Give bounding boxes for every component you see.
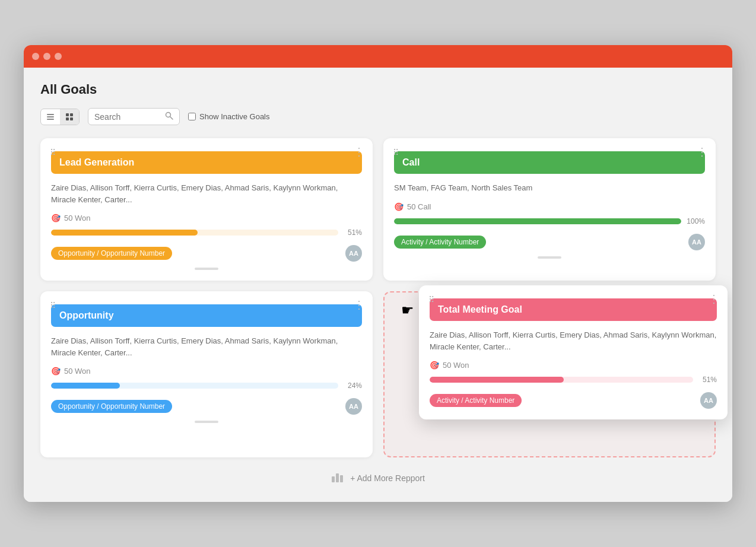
titlebar: [24, 45, 732, 68]
tag-pill-total: Activity / Activity Number: [430, 394, 522, 407]
svg-rect-4: [70, 113, 73, 116]
card-header-opportunity: Opportunity: [51, 304, 362, 327]
card-title-lead: Lead Generation: [59, 157, 134, 167]
card-title-call: Call: [402, 157, 420, 167]
progress-bg-total: [430, 377, 693, 383]
scroll-indicator-opportunity: [195, 421, 218, 423]
card-title-total: Total Meeting Goal: [438, 304, 522, 314]
progress-pct-call: 100%: [686, 217, 705, 225]
svg-rect-1: [47, 116, 54, 117]
card-goal-total: 🎯 50 Won: [430, 361, 717, 370]
add-more-section: + Add More Repport: [40, 470, 716, 485]
search-icon: [165, 112, 173, 122]
avatar-total: AA: [700, 392, 717, 409]
goal-text-opportunity: 50 Won: [64, 367, 91, 376]
progress-fill-opportunity: [51, 383, 120, 389]
goal-text-lead: 50 Won: [64, 214, 91, 222]
card-header-call: Call: [394, 151, 705, 174]
card-members-call: SM Team, FAG Team, North Sales Team: [394, 182, 705, 194]
card-goal-call: 🎯 50 Call: [394, 202, 705, 211]
toolbar: Show Inactive Goals: [40, 108, 716, 125]
avatar-lead: AA: [345, 245, 362, 262]
card-footer-opportunity: Opportunity / Opportunity Number AA: [51, 398, 362, 415]
card-total-meeting-goal: ⠿ ⋮ Total Meeting Goal Zaire Dias, Allis…: [419, 285, 728, 419]
svg-rect-9: [332, 476, 335, 482]
svg-rect-2: [47, 119, 54, 120]
card-footer-total: Activity / Activity Number AA: [430, 392, 717, 409]
card-goal-opportunity: 🎯 50 Won: [51, 367, 362, 376]
progress-pct-opportunity: 24%: [343, 381, 362, 390]
card-footer-lead: Opportunity / Opportunity Number AA: [51, 245, 362, 262]
card-goal-lead: 🎯 50 Won: [51, 214, 362, 222]
scroll-indicator-lead: [195, 268, 218, 270]
progress-pct-lead: 51%: [343, 228, 362, 237]
cards-grid: ⠿ ⋮ Lead Generation Zaire Dias, Allison …: [40, 138, 716, 457]
goal-text-total: 50 Won: [443, 361, 469, 370]
svg-rect-3: [66, 113, 69, 116]
card-opportunity: ⠿ ⋮ Opportunity Zaire Dias, Allison Torf…: [40, 291, 373, 457]
progress-row-total: 51%: [430, 376, 717, 384]
show-inactive-text: Show Inactive Goals: [199, 112, 270, 121]
card-call: ⠿ ⋮ Call SM Team, FAG Team, North Sales …: [383, 138, 716, 281]
svg-rect-0: [47, 114, 54, 115]
progress-fill-call: [394, 218, 681, 224]
svg-rect-10: [336, 473, 339, 482]
list-view-button[interactable]: [41, 109, 60, 125]
card-menu-lead[interactable]: ⋮: [354, 145, 364, 158]
list-icon: [46, 113, 55, 121]
grid-icon: [65, 113, 74, 121]
card-menu-call[interactable]: ⋮: [697, 145, 707, 158]
svg-rect-11: [340, 475, 343, 482]
progress-fill-total: [430, 377, 564, 383]
titlebar-dot-red[interactable]: [32, 53, 39, 60]
svg-rect-6: [70, 117, 73, 120]
progress-row-call: 100%: [394, 217, 705, 225]
progress-bg-opportunity: [51, 383, 338, 389]
tag-pill-lead: Opportunity / Opportunity Number: [51, 247, 172, 260]
main-content: All Goals: [24, 68, 732, 502]
search-input[interactable]: [94, 112, 161, 122]
card-menu-total[interactable]: ⋮: [709, 292, 719, 306]
drag-handle-call[interactable]: ⠿: [393, 148, 399, 157]
tag-pill-call: Activity / Activity Number: [394, 236, 486, 249]
progress-bg-call: [394, 218, 681, 224]
goal-icon-call: 🎯: [394, 202, 404, 211]
page-title: All Goals: [40, 82, 716, 97]
card-header-lead: Lead Generation: [51, 151, 362, 174]
titlebar-dot-yellow[interactable]: [43, 53, 50, 60]
card-footer-call: Activity / Activity Number AA: [394, 234, 705, 250]
search-box[interactable]: [88, 108, 180, 125]
progress-row-lead: 51%: [51, 228, 362, 237]
view-toggle: [40, 109, 80, 125]
card-title-opportunity: Opportunity: [59, 310, 114, 320]
progress-pct-total: 51%: [698, 376, 717, 384]
progress-fill-lead: [51, 230, 198, 236]
svg-rect-5: [66, 117, 69, 120]
grid-view-button[interactable]: [60, 109, 79, 125]
goal-icon-lead: 🎯: [51, 214, 61, 222]
titlebar-dot-green[interactable]: [55, 53, 62, 60]
scroll-indicator-call: [538, 256, 561, 259]
chart-icon: [331, 470, 344, 485]
goal-icon-opportunity: 🎯: [51, 367, 61, 376]
progress-bg-lead: [51, 230, 338, 236]
add-more-button[interactable]: + Add More Repport: [350, 473, 425, 483]
tag-pill-opportunity: Opportunity / Opportunity Number: [51, 400, 172, 413]
show-inactive-checkbox[interactable]: [188, 113, 196, 120]
drag-handle-total[interactable]: ⠿: [428, 295, 434, 304]
drag-handle-opportunity[interactable]: ⠿: [50, 301, 56, 310]
card-menu-opportunity[interactable]: ⋮: [354, 298, 364, 311]
progress-row-opportunity: 24%: [51, 381, 362, 390]
goal-text-call: 50 Call: [407, 202, 431, 211]
card-lead-generation: ⠿ ⋮ Lead Generation Zaire Dias, Allison …: [40, 138, 373, 281]
app-window: All Goals: [24, 45, 732, 502]
show-inactive-label[interactable]: Show Inactive Goals: [188, 112, 270, 121]
drag-handle-lead[interactable]: ⠿: [50, 148, 56, 157]
avatar-call: AA: [688, 234, 705, 250]
card-members-opportunity: Zaire Dias, Allison Torff, Kierra Curtis…: [51, 335, 362, 358]
card-members-lead: Zaire Dias, Allison Torff, Kierra Curtis…: [51, 182, 362, 205]
drag-area: ☛ ⠿ ⋮ Total Meeting Goal Zaire Dias, All…: [383, 291, 716, 457]
card-header-total: Total Meeting Goal: [430, 298, 717, 321]
avatar-opportunity: AA: [345, 398, 362, 415]
card-members-total: Zaire Dias, Allison Torff, Kierra Curtis…: [430, 329, 717, 352]
